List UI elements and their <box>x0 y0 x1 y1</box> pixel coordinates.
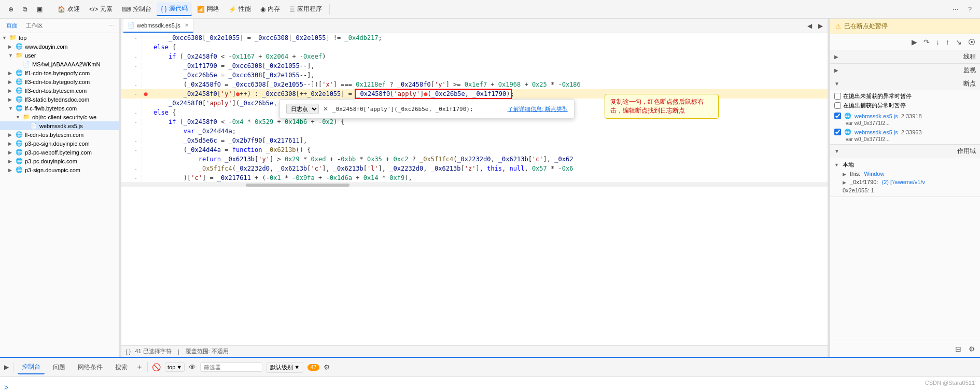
elements-tab[interactable]: </> 元素 <box>85 3 117 16</box>
bp-filename-2[interactable]: webmssdk.es5.js <box>855 129 898 135</box>
step-over-button[interactable]: ↷ <box>921 36 932 48</box>
tree-item-p3sign[interactable]: ▶ 🌐 p3-pc-sign.douyinpic.com <box>0 139 119 148</box>
tree-item-obj[interactable]: ▼ 📁 obj/rc-client-security/c-we <box>0 113 119 121</box>
eye-button[interactable]: 👁 <box>189 363 196 371</box>
bp-checkbox-2[interactable] <box>834 129 841 135</box>
log-level-selector[interactable]: 默认级别 ▼ <box>267 362 303 373</box>
split-button[interactable]: ⧉ <box>19 4 32 15</box>
tree-item-p3sign2[interactable]: ▶ 🌐 p3-sign.douvnpic.com <box>0 165 119 174</box>
network-tab[interactable]: 📶 网络 <box>193 3 223 16</box>
horizontal-scrollbar[interactable] <box>121 183 828 187</box>
tab-close-button[interactable]: ✕ <box>185 22 189 28</box>
editor-nav-back[interactable]: ◀ <box>805 21 815 31</box>
breakpoint-learn-link[interactable]: 了解详细信息: 断点类型 <box>508 105 568 113</box>
step-into-button[interactable]: ↓ <box>933 36 942 48</box>
breakpoint-close-button[interactable]: ✕ <box>323 105 328 113</box>
tree-arrow-p3sign[interactable]: ▶ <box>8 141 13 146</box>
tree-arrow-douyin[interactable]: ▶ <box>8 44 13 49</box>
dock-side-button[interactable]: ⊟ <box>953 343 964 355</box>
breakpoint-item-2: 🌐 webmssdk.es5.js 2:33963 <box>834 128 976 136</box>
tree-item-douyin[interactable]: ▶ 🌐 www.douyin.com <box>0 42 119 51</box>
thread-section-header[interactable]: ▶ 线程 <box>830 50 980 63</box>
this-arrow[interactable]: ▶ <box>843 172 846 177</box>
performance-tab[interactable]: ⚡ 性能 <box>225 3 255 16</box>
welcome-tab[interactable]: 🏠 欢迎 <box>53 3 84 16</box>
tree-label-lf3bytes: lf3-cdn-tos.bytescm.com <box>25 88 87 94</box>
tree-arrow-p3sign2[interactable]: ▶ <box>8 167 13 173</box>
console-bottom-tab[interactable]: 控制台 <box>18 360 45 374</box>
0x1f1790-arrow[interactable]: ▶ <box>843 180 846 185</box>
memory-tab[interactable]: ◉ 内存 <box>256 3 284 16</box>
tree-item-lf1cdn[interactable]: ▶ 🌐 lf1-cdn-tos.bytegoofy.com <box>0 68 119 77</box>
tree-arrow-lfcflwb[interactable]: ▼ <box>8 106 13 111</box>
tree-arrow-lf1cdn[interactable]: ▶ <box>8 71 13 76</box>
tree-item-p3weboff[interactable]: ▶ 🌐 p3-pc-weboff.byteimg.com <box>0 148 119 157</box>
h-scroll-thumb[interactable] <box>246 184 349 187</box>
source-tab[interactable]: { } 源代码 <box>157 2 191 16</box>
error-badge: 47 <box>307 364 319 371</box>
workspace-tab[interactable]: 工作区 <box>24 21 45 31</box>
application-tab[interactable]: ☰ 应用程序 <box>285 3 326 16</box>
new-tab-button[interactable]: ⊕ <box>4 4 18 15</box>
panel-button[interactable]: ▣ <box>33 4 47 15</box>
uncaught-exception-checkbox[interactable] <box>834 93 841 100</box>
breakpoints-section-header[interactable]: ▼ 断点 <box>830 77 980 90</box>
code-line-7: - ● _0x2458f0['y']●++) : _0xcc6308[++_0x… <box>121 89 828 99</box>
tree-item-lfcflwb[interactable]: ▼ 🌐 lf-c-flwb.bytetos.com <box>0 104 119 113</box>
step-button[interactable]: ↘ <box>953 36 964 48</box>
sidebar-more-button[interactable]: ⋯ <box>109 22 115 29</box>
bottom-left-arrow[interactable]: ▶ <box>4 364 9 371</box>
clear-console-button[interactable]: 🚫 <box>152 363 161 371</box>
caught-exception-checkbox[interactable] <box>834 102 841 109</box>
tree-item-ms4w[interactable]: ▶ 📄 MS4wLjABAAAAA2WKmN <box>0 60 119 68</box>
help-button[interactable]: ? <box>964 4 976 15</box>
tree-arrow-lf3cdn[interactable]: ▶ <box>8 79 13 85</box>
folder-icon-user: 📁 <box>16 52 23 59</box>
more-button[interactable]: ⋯ <box>948 4 963 15</box>
bp-checkbox-1[interactable] <box>834 113 841 119</box>
watch-section-header[interactable]: ▶ 监视 <box>830 64 980 77</box>
add-panel-button[interactable]: ＋ <box>136 362 143 372</box>
tree-item-lf3cdn[interactable]: ▶ 🌐 lf3-cdn-tos.bytegoofy.com <box>0 77 119 86</box>
page-tab[interactable]: 页面 <box>4 21 20 31</box>
tree-arrow-p3pc[interactable]: ▶ <box>8 159 13 164</box>
breakpoint-type-select[interactable]: 日志点 <box>286 104 319 114</box>
settings-button[interactable]: ⚙ <box>966 343 978 355</box>
console-tab[interactable]: ⌨ 控制台 <box>118 3 156 16</box>
tree-arrow-obj[interactable]: ▼ <box>16 115 21 120</box>
console-context-selector[interactable]: top ▼ <box>165 362 185 372</box>
console-filter-input[interactable] <box>200 362 262 372</box>
deactivate-breakpoints-button[interactable]: ⦿ <box>965 36 978 48</box>
tree-arrow-user[interactable]: ▼ <box>8 53 13 58</box>
tree-arrow-p3weboff[interactable]: ▶ <box>8 150 13 155</box>
editor-tab-webmssdk[interactable]: 📄 webmssdk.es5.js ✕ <box>123 19 193 33</box>
console-settings-button[interactable]: ⚙ <box>324 363 330 371</box>
console-input[interactable] <box>11 384 976 391</box>
tree-item-p3pc[interactable]: ▶ 🌐 p3-pc.douyinpic.com <box>0 157 119 165</box>
search-bottom-tab[interactable]: 搜索 <box>111 361 132 374</box>
code-content-16: )['c'] = _0x217611 + (-0x1 * -0x9fa + -0… <box>149 174 828 181</box>
tree-arrow-top[interactable]: ▼ <box>2 35 7 40</box>
code-content-12: _0x5d5e6c = _0x2b7f90[_0x217611], <box>149 137 828 144</box>
bottom-toolbar: ▶ 控制台 问题 网络条件 搜索 ＋ 🚫 top ▼ 👁 默认级别 ▼ 47 ⚙ <box>0 357 980 376</box>
debug-action-buttons: ▶ ↷ ↓ ↑ ↘ ⦿ <box>830 34 980 50</box>
scope-section-header[interactable]: ▼ 作用域 <box>830 145 980 158</box>
issues-bottom-tab[interactable]: 问题 <box>49 361 69 374</box>
resume-button[interactable]: ▶ <box>909 36 920 48</box>
tree-item-lf3bytes[interactable]: ▶ 🌐 lf3-cdn-tos.bytescm.com <box>0 86 119 95</box>
local-arrow[interactable]: ▼ <box>834 162 839 167</box>
step-out-button[interactable]: ↑ <box>943 36 952 48</box>
editor-nav-forward[interactable]: ▶ <box>816 21 825 31</box>
sidebar-tabs: 页面 工作区 <box>4 21 45 31</box>
tree-arrow-lfbytes[interactable]: ▶ <box>8 132 13 137</box>
network-cond-bottom-tab[interactable]: 网络条件 <box>74 361 107 374</box>
tree-item-top[interactable]: ▼ 📁 top <box>0 33 119 42</box>
tree-item-lfbytes[interactable]: ▶ 🌐 lf-cdn-tos.bytescm.com <box>0 130 119 139</box>
tree-item-user[interactable]: ▼ 📁 user <box>0 51 119 60</box>
tree-item-webmssdk[interactable]: ▶ 📄 webmssdk.es5.js <box>0 121 119 130</box>
tree-arrow-lf3static[interactable]: ▶ <box>8 97 13 102</box>
tree-item-lf3static[interactable]: ▶ 🌐 lf3-static.bytednsdoc.com <box>0 95 119 104</box>
bp-filename-1[interactable]: webmssdk.es5.js <box>855 113 898 119</box>
code-editor[interactable]: - _0xcc6308[_0x2e1055] = _0xcc6308[_0x2e… <box>121 33 828 345</box>
tree-arrow-lf3bytes[interactable]: ▶ <box>8 88 13 93</box>
